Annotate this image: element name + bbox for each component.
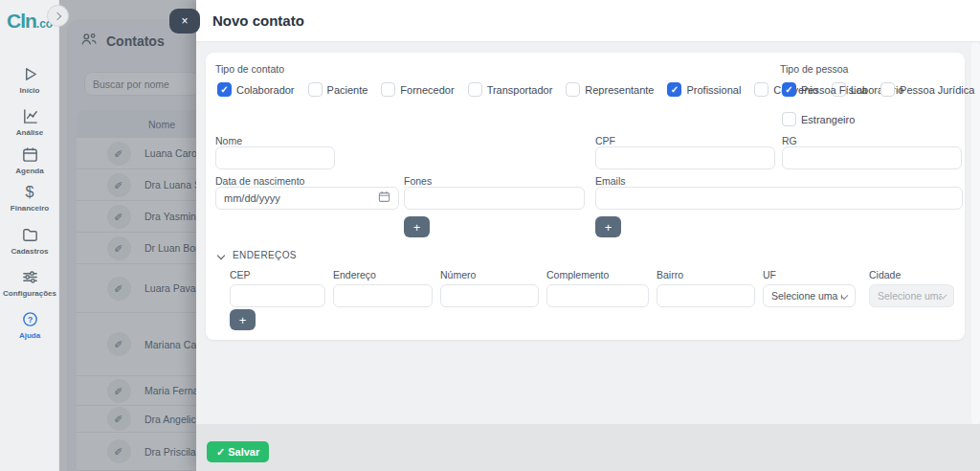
svg-text:?: ?: [27, 315, 32, 325]
nome-label: Nome: [215, 135, 242, 146]
checkbox-box: [782, 112, 796, 126]
checkbox-box: [381, 82, 395, 97]
checkbox-box: [667, 82, 681, 97]
cidade-label: Cidade: [869, 269, 954, 280]
cep-field: CEP: [230, 269, 325, 307]
checkbox-box: [782, 82, 796, 97]
checkbox-colaborador[interactable]: Colaborador: [217, 82, 295, 97]
cep-input[interactable]: [230, 284, 325, 307]
sidebar: Cln.co Início Análise Agenda $ Financeir…: [0, 0, 59, 471]
brand-logo: Cln.co: [7, 10, 53, 33]
checkbox-transportador[interactable]: Transportador: [468, 82, 553, 97]
nascimento-field: [215, 187, 399, 210]
contact-form-card: Tipo de contato Tipo de pessoa Colaborad…: [206, 53, 965, 340]
sidebar-item-agenda[interactable]: Agenda: [0, 146, 59, 175]
person-type-label: Tipo de pessoa: [780, 63, 848, 75]
bairro-field: Bairro: [657, 269, 755, 307]
chevron-down-icon: [841, 292, 849, 300]
app-root: Cln.co Início Análise Agenda $ Financeir…: [0, 0, 980, 471]
bairro-input[interactable]: [657, 284, 755, 307]
contact-type-label: Tipo de contato: [215, 63, 284, 75]
calendar-icon: [378, 190, 390, 207]
checkbox-representante[interactable]: Representante: [566, 82, 654, 97]
endereco-field: Endereço: [333, 269, 433, 307]
emails-label: Emails: [595, 175, 626, 187]
cpf-label: CPF: [595, 135, 615, 146]
checkbox-profissional[interactable]: Profissional: [667, 82, 741, 97]
checkbox-fornecedor[interactable]: Fornecedor: [381, 82, 454, 97]
nome-input[interactable]: [215, 146, 335, 169]
rg-label: RG: [782, 135, 797, 146]
chart-icon: [21, 107, 39, 125]
calendar-icon: [21, 146, 39, 164]
checkbox-estrangeiro[interactable]: Estrangeiro: [782, 112, 855, 126]
estrangeiro-option: Estrangeiro: [782, 112, 855, 126]
help-icon: ?: [21, 310, 39, 328]
checkbox-box: [754, 82, 768, 97]
checkbox-paciente[interactable]: Paciente: [308, 82, 368, 97]
checkbox-pessoa-fisica[interactable]: Pessoa Física: [782, 82, 867, 97]
numero-label: Número: [440, 269, 539, 280]
sidebar-item-inicio[interactable]: Início: [0, 65, 59, 95]
fones-label: Fones: [404, 175, 432, 187]
save-button[interactable]: ✓Salvar: [207, 441, 269, 462]
rg-input[interactable]: [782, 146, 962, 169]
checkbox-box: [566, 82, 580, 97]
numero-input[interactable]: [440, 284, 539, 307]
dollar-icon: $: [26, 184, 34, 201]
new-contact-modal: Novo contato Tipo de contato Tipo de pes…: [196, 0, 980, 471]
complemento-field: Complemento: [546, 269, 649, 307]
modal-footer: ✓Salvar: [196, 424, 980, 471]
checkbox-pessoa-juridica[interactable]: Pessoa Jurídica: [880, 82, 974, 97]
bairro-label: Bairro: [657, 269, 755, 280]
complemento-input[interactable]: [546, 284, 649, 307]
modal-header: Novo contato: [196, 0, 980, 42]
person-type-options: Pessoa Física Pessoa Jurídica: [782, 82, 974, 97]
modal-title: Novo contato: [212, 12, 304, 29]
play-icon: [21, 65, 39, 83]
cpf-input[interactable]: [595, 146, 775, 169]
chevron-right-icon: [53, 11, 60, 19]
scrollbar[interactable]: [971, 43, 980, 424]
checkbox-box: [880, 82, 895, 97]
sidebar-item-ajuda[interactable]: ? Ajuda: [0, 310, 59, 340]
folder-icon: [21, 226, 39, 244]
cep-label: CEP: [230, 269, 325, 280]
close-modal-button[interactable]: ×: [169, 9, 200, 34]
numero-field: Número: [440, 269, 539, 307]
close-icon: ×: [181, 14, 188, 28]
add-address-button[interactable]: +: [230, 309, 256, 330]
nascimento-label: Data de nascimento: [215, 175, 304, 187]
chevron-down-icon: [217, 251, 225, 258]
uf-field: UF Selecione uma opção: [763, 269, 856, 307]
sidebar-item-analise[interactable]: Análise: [0, 107, 59, 137]
checkbox-box: [308, 82, 323, 97]
cidade-select: Selecione uma opção: [869, 284, 954, 307]
emails-input[interactable]: [595, 187, 963, 210]
checkbox-box: [217, 82, 232, 97]
fones-input[interactable]: [404, 187, 585, 210]
sidebar-item-configuracoes[interactable]: Configurações: [0, 268, 59, 298]
enderecos-section-label: ENDEREÇOS: [233, 250, 297, 260]
sidebar-expand-button[interactable]: [47, 5, 69, 27]
endereco-label: Endereço: [333, 269, 433, 280]
checkbox-box: [468, 82, 482, 97]
cidade-field: Cidade Selecione uma opção: [869, 269, 954, 307]
uf-label: UF: [763, 269, 856, 280]
complemento-label: Complemento: [546, 269, 649, 280]
add-email-button[interactable]: +: [595, 216, 621, 237]
uf-select[interactable]: Selecione uma opção: [763, 284, 856, 307]
sliders-icon: [21, 268, 39, 286]
add-fone-button[interactable]: +: [404, 216, 430, 237]
address-fields-row: CEP Endereço Número Complemento Bairro: [230, 269, 954, 307]
nascimento-input[interactable]: [224, 192, 378, 204]
endereco-input[interactable]: [333, 284, 433, 307]
sidebar-item-financeiro[interactable]: $ Financeiro: [0, 184, 59, 213]
sidebar-item-cadastros[interactable]: Cadastros: [0, 226, 59, 256]
check-icon: ✓: [216, 446, 225, 459]
enderecos-section-toggle[interactable]: ENDEREÇOS: [218, 250, 297, 260]
